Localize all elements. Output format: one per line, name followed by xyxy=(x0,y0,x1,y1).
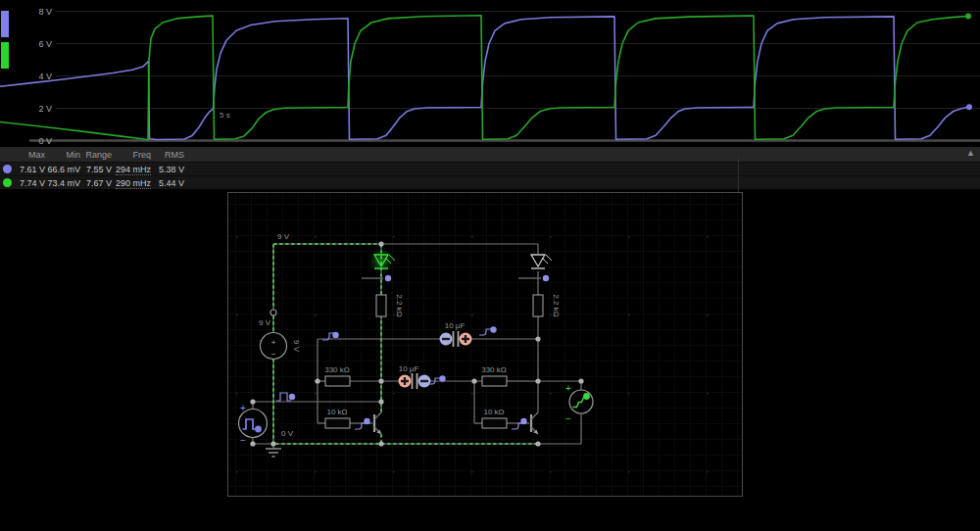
column-header-min[interactable]: Min xyxy=(47,150,82,160)
component-label: 2.2 kΩ xyxy=(552,294,561,316)
node-dot xyxy=(270,441,275,446)
cell-range: 7.55 V xyxy=(82,165,114,174)
component-label: 330 kΩ xyxy=(481,365,507,374)
node-dot xyxy=(471,378,476,383)
node-dot xyxy=(578,378,583,383)
node-dot xyxy=(315,378,319,383)
column-header-range[interactable]: Range xyxy=(82,150,114,160)
component-label: − xyxy=(565,413,571,424)
component-label: 10 µF xyxy=(399,364,419,373)
probe-attach-dot[interactable] xyxy=(490,326,496,332)
canvas-edge-tick xyxy=(738,157,739,192)
node-dot xyxy=(250,441,255,446)
node-dot xyxy=(250,399,255,404)
cell-rms: 5.38 V xyxy=(153,165,186,174)
probe-dot xyxy=(583,393,590,400)
terminal-circle xyxy=(270,310,276,315)
component-label: − xyxy=(271,350,276,359)
cell-rms: 5.44 V xyxy=(153,178,186,188)
probe-attach-dot[interactable] xyxy=(385,275,391,281)
scope-y-label: 2 V xyxy=(38,104,52,114)
component-label: 10 kΩ xyxy=(326,408,347,416)
column-header-rms[interactable]: RMS xyxy=(153,150,186,160)
resistor-2.2k-right[interactable] xyxy=(533,295,543,316)
polarity-bar xyxy=(442,338,450,340)
cell-min: 66.6 mV xyxy=(47,165,82,174)
probe-attach-dot[interactable] xyxy=(439,375,445,381)
scope-y-label: 8 V xyxy=(38,7,52,17)
component-label: 10 µF xyxy=(445,321,466,330)
cell-range: 7.67 V xyxy=(82,178,114,188)
channel-color-dot xyxy=(0,165,16,173)
scope-y-label: 0 V xyxy=(38,136,52,146)
polarity-bar xyxy=(420,380,428,382)
measurements-table: MaxMinRangeFreqRMS 7.61 V66.6 mV7.55 V29… xyxy=(0,147,980,189)
component-label: − xyxy=(240,435,246,446)
probe-attach-dot[interactable] xyxy=(543,275,549,281)
component-label: 2.2 kΩ xyxy=(395,294,404,316)
canvas-grid-dots xyxy=(228,193,742,496)
node-dot xyxy=(378,241,383,246)
component-label: + xyxy=(565,383,571,394)
scope-trace-ch2 xyxy=(0,16,968,140)
cell-freq: 290 mHz xyxy=(114,178,153,188)
resistor-10k-right[interactable] xyxy=(482,418,507,428)
measurement-row-ch1[interactable]: 7.61 V66.6 mV7.55 V294 mHz5.38 V xyxy=(0,162,980,175)
scope-plot: 8 V6 V4 V2 V0 V5 s xyxy=(0,0,980,147)
cell-freq: 294 mHz xyxy=(114,165,153,174)
channel-color-dot xyxy=(0,178,16,187)
node-dot xyxy=(535,336,540,341)
scope-trace-ch1-cursor-dot xyxy=(966,104,972,110)
component-label: 10 kΩ xyxy=(483,408,504,416)
probe-attach-dot[interactable] xyxy=(520,418,526,424)
node-dot xyxy=(378,399,383,404)
node-dot xyxy=(378,378,383,383)
node-dot xyxy=(535,378,540,383)
node-dot xyxy=(378,441,383,446)
column-header-freq[interactable]: Freq xyxy=(114,150,153,160)
resistor-2.2k-left[interactable] xyxy=(376,295,386,316)
scope-time-label: 5 s xyxy=(220,111,230,120)
cell-max: 7.74 V xyxy=(16,178,47,188)
polarity-bar xyxy=(465,335,466,343)
resistor-330k-right[interactable] xyxy=(482,376,507,386)
icircuit-app: { "scope": { "y_axis_labels": ["8 V","6 … xyxy=(0,0,980,531)
scope-trace-ch2-cursor-dot xyxy=(965,13,971,19)
channel2-swatch[interactable] xyxy=(1,42,9,69)
probe-attach-dot[interactable] xyxy=(364,418,369,424)
column-header-max[interactable]: Max xyxy=(16,150,47,160)
measurement-row-ch2[interactable]: 7.74 V73.4 mV7.67 V290 mHz5.44 V xyxy=(0,175,980,189)
scope-trace-ch1 xyxy=(0,17,969,140)
led-glow xyxy=(367,246,396,275)
cell-min: 73.4 mV xyxy=(47,178,82,188)
component-label: 0 V xyxy=(281,429,294,438)
resistor-10k-left[interactable] xyxy=(325,418,350,428)
measurements-body: 7.61 V66.6 mV7.55 V294 mHz5.38 V7.74 V73… xyxy=(0,162,980,189)
resistor-330k-left[interactable] xyxy=(325,376,350,386)
circuit-schematic[interactable]: 9 V9 V9 V0 V2.2 kΩ2.2 kΩ330 kΩ330 kΩ10 k… xyxy=(228,193,742,496)
circuit-canvas[interactable]: 9 V9 V9 V0 V2.2 kΩ2.2 kΩ330 kΩ330 kΩ10 k… xyxy=(227,192,743,497)
led-green-on[interactable] xyxy=(367,246,396,275)
collapse-panel-icon[interactable]: ▲ xyxy=(966,149,975,158)
polarity-bar xyxy=(404,377,406,385)
component-label: 9 V xyxy=(277,232,290,241)
component-label: 9 V xyxy=(292,340,301,353)
oscilloscope-panel[interactable]: 8 V6 V4 V2 V0 V5 s xyxy=(0,0,980,147)
scope-y-label: 4 V xyxy=(38,72,52,81)
probe-dot xyxy=(255,426,262,433)
component-label: + xyxy=(271,338,276,347)
cell-max: 7.61 V xyxy=(16,165,47,174)
channel1-swatch[interactable] xyxy=(1,11,9,37)
component-label: 330 kΩ xyxy=(324,365,350,374)
node-dot xyxy=(535,441,540,446)
measurements-header-row: MaxMinRangeFreqRMS xyxy=(0,147,980,162)
scope-probe-ch2-green[interactable] xyxy=(569,390,593,413)
probe-attach-dot[interactable] xyxy=(289,394,295,400)
component-label: 9 V xyxy=(259,318,271,327)
component-label: + xyxy=(240,403,246,413)
probe-attach-dot[interactable] xyxy=(332,332,338,338)
scope-y-label: 6 V xyxy=(38,39,52,49)
